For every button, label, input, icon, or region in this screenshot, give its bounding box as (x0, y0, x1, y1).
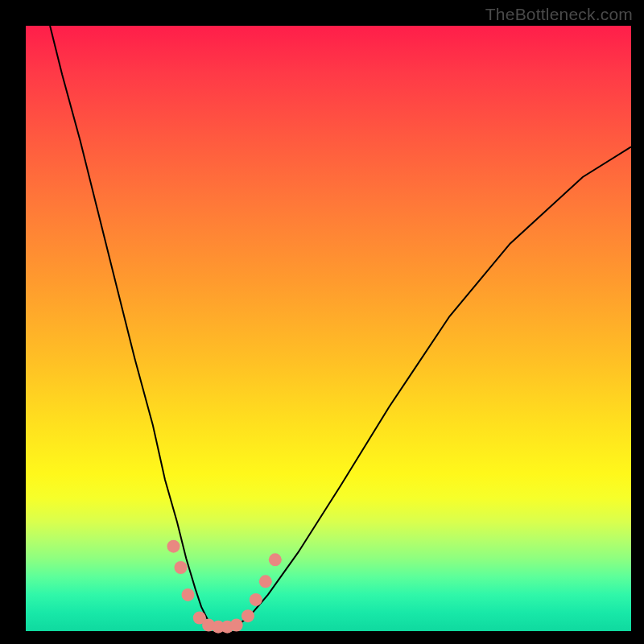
bottleneck-curve (50, 26, 631, 628)
outer-frame: TheBottleneck.com (0, 0, 644, 644)
curve-layer (50, 26, 631, 628)
curve-marker (230, 619, 243, 632)
curve-marker (167, 540, 180, 553)
curve-marker (242, 609, 254, 622)
chart-svg (26, 26, 631, 631)
curve-marker (250, 593, 262, 606)
curve-marker (259, 575, 272, 588)
watermark-text: TheBottleneck.com (485, 5, 633, 24)
curve-marker (182, 588, 195, 601)
curve-marker (175, 561, 188, 574)
curve-marker (269, 553, 282, 566)
